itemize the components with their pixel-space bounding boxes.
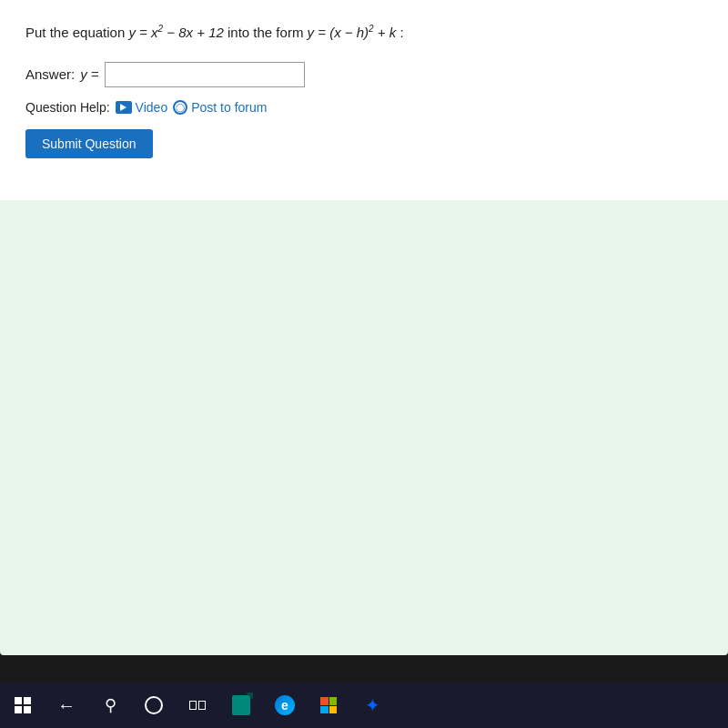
- equation-input: y = x2 − 8x + 12: [128, 25, 223, 40]
- file-manager-icon[interactable]: [228, 692, 255, 719]
- store-icon[interactable]: [315, 692, 342, 719]
- forum-label: Post to forum: [191, 100, 267, 115]
- y-equals-label: y =: [80, 66, 98, 82]
- answer-label-text: Answer:: [25, 66, 75, 82]
- dropbox-icon[interactable]: ✦: [359, 692, 386, 719]
- answer-row: Answer: y =: [25, 62, 703, 87]
- taskview-squares-icon: [189, 701, 206, 710]
- cortana-circle-icon: [145, 696, 163, 714]
- back-button-icon[interactable]: ←: [53, 692, 80, 719]
- equation-form: y = (x − h)2 + k: [308, 25, 397, 40]
- forum-icon: ◯: [173, 100, 187, 115]
- question-prefix: Put the equation: [25, 25, 128, 40]
- content-area: Put the equation y = x2 − 8x + 12 into t…: [0, 0, 728, 200]
- submit-label: Submit Question: [42, 136, 136, 151]
- task-view-icon[interactable]: [184, 692, 211, 719]
- windows-logo: [15, 697, 31, 713]
- video-icon: [116, 101, 132, 114]
- answer-input[interactable]: [105, 62, 305, 87]
- question-text: Put the equation y = x2 − 8x + 12 into t…: [25, 22, 703, 44]
- help-label: Question Help:: [25, 100, 110, 115]
- help-row: Question Help: Video ◯ Post to forum: [25, 100, 703, 115]
- answer-label: Answer:: [25, 66, 75, 82]
- cortana-icon[interactable]: [140, 692, 167, 719]
- search-icon[interactable]: ⚲: [96, 692, 124, 719]
- screen: Put the equation y = x2 − 8x + 12 into t…: [0, 0, 728, 655]
- edge-browser-icon[interactable]: e: [271, 692, 298, 719]
- edge-logo-icon: e: [275, 695, 295, 715]
- video-label: Video: [136, 100, 168, 115]
- store-grid-icon: [320, 697, 337, 713]
- back-arrow-icon: ←: [57, 695, 76, 716]
- file-folder-icon: [232, 695, 250, 715]
- submit-button[interactable]: Submit Question: [25, 129, 153, 158]
- question-suffix: :: [399, 25, 403, 40]
- forum-link[interactable]: ◯ Post to forum: [173, 100, 267, 115]
- windows-start-icon[interactable]: [9, 692, 36, 719]
- search-magnifier-icon: ⚲: [105, 695, 116, 715]
- dropbox-logo-icon: ✦: [365, 694, 380, 716]
- video-link[interactable]: Video: [116, 100, 168, 115]
- taskbar: ← ⚲ e ✦: [0, 682, 728, 728]
- question-middle: into the form: [228, 25, 308, 40]
